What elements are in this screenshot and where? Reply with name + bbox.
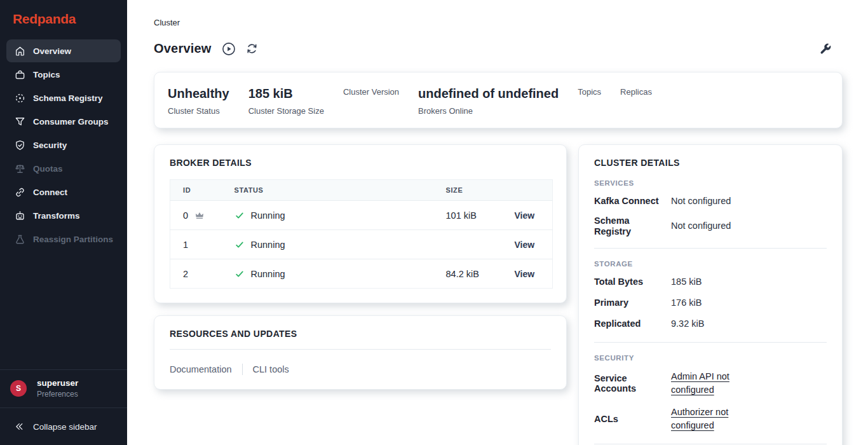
stat-value: 185 kiB (248, 85, 324, 102)
kv-row-replicated: Replicated 9.32 kiB (594, 317, 827, 331)
column-header-id: ID (170, 180, 234, 201)
broker-status: Running (251, 240, 285, 250)
broker-table-header-row: ID STATUS SIZE (170, 180, 553, 201)
cluster-stats-bar: Unhealthy Cluster Status 185 kiB Cluster… (154, 72, 843, 128)
stat-label: Cluster Version (343, 87, 399, 97)
kv-row-primary: Primary 176 kiB (594, 296, 827, 310)
sidebar-item-schema-registry[interactable]: Schema Registry (6, 86, 121, 109)
kv-value: Not configured (671, 219, 731, 233)
sidebar-item-overview[interactable]: Overview (6, 39, 121, 62)
kv-value: Not configured (671, 195, 731, 208)
kv-label: Schema Registry (594, 216, 661, 236)
broker-id: 2 (183, 269, 188, 279)
scales-icon (15, 163, 25, 174)
broker-size: 101 kiB (446, 201, 515, 230)
refresh-icon[interactable] (246, 43, 258, 55)
page-header: Overview (154, 41, 843, 56)
sidebar-item-label: Connect (33, 188, 67, 197)
chevrons-left-icon (14, 421, 24, 432)
shield-check-icon (15, 140, 25, 151)
vertical-divider (242, 364, 243, 375)
user-menu[interactable]: S superuser Preferences (0, 369, 127, 407)
column-header-size: SIZE (446, 180, 515, 201)
authorizer-not-configured-link[interactable]: Authorizer not configured (671, 406, 742, 432)
sidebar-item-transforms[interactable]: Transforms (6, 204, 121, 227)
documentation-link[interactable]: Documentation (170, 364, 232, 374)
stat-value: Unhealthy (168, 85, 229, 102)
sidebar-item-quotas: Quotas (6, 157, 121, 180)
stat-topics: Topics (578, 85, 601, 97)
table-row: 1 Running View (170, 230, 553, 259)
kv-row-total-bytes: Total Bytes 185 kiB (594, 275, 827, 289)
sidebar-item-security[interactable]: Security (6, 134, 121, 156)
sidebar-item-label: Overview (33, 46, 71, 56)
stat-cluster-storage-size: 185 kiB Cluster Storage Size (248, 85, 324, 116)
admin-api-not-configured-link[interactable]: Admin API not configured (671, 370, 742, 397)
sidebar-item-topics[interactable]: Topics (6, 63, 121, 86)
user-preferences-link[interactable]: Preferences (37, 390, 78, 399)
kv-row-service-accounts: Service Accounts Admin API not configure… (594, 370, 827, 397)
broker-details-title: BROKER DETAILS (170, 158, 551, 168)
flask-icon (15, 234, 25, 245)
sidebar-item-label: Schema Registry (33, 93, 103, 103)
stat-brokers-online: undefined of undefined Brokers Online (418, 85, 559, 116)
broker-status: Running (251, 269, 285, 279)
page-title: Overview (154, 41, 212, 56)
stat-value: undefined of undefined (418, 85, 559, 102)
robot-icon (15, 210, 25, 221)
kv-label: Kafka Connect (594, 196, 661, 207)
broker-status: Running (251, 210, 285, 221)
security-section-heading: SECURITY (594, 354, 827, 362)
sidebar-nav: Overview Topics Schema Registry Consumer… (0, 39, 127, 250)
cli-tools-link[interactable]: CLI tools (253, 364, 289, 374)
sidebar-item-label: Topics (33, 70, 60, 79)
stat-label: Cluster Storage Size (248, 106, 324, 116)
wrench-icon[interactable] (819, 43, 832, 55)
sidebar-item-label: Quotas (33, 164, 63, 174)
sidebar-item-label: Reassign Partitions (33, 235, 113, 244)
kv-label: Service Accounts (594, 373, 661, 394)
column-header-actions (515, 180, 553, 201)
avatar: S (10, 380, 27, 397)
kv-value: 176 kiB (671, 296, 702, 310)
resources-card: RESOURCES AND UPDATES Documentation CLI … (154, 315, 567, 390)
stat-replicas: Replicas (620, 85, 652, 97)
stat-cluster-version: Cluster Version (343, 85, 399, 97)
breadcrumb[interactable]: Cluster (154, 18, 180, 27)
link-icon (15, 187, 25, 198)
stat-label: Brokers Online (418, 106, 559, 116)
stat-label: Replicas (620, 87, 652, 97)
sidebar-item-reassign-partitions: Reassign Partitions (6, 228, 121, 250)
collapse-sidebar-button[interactable]: Collapse sidebar (0, 407, 127, 445)
divider (170, 349, 551, 350)
broker-id: 0 (183, 210, 188, 221)
sidebar: Redpanda Overview Topics Schema Registry… (0, 0, 127, 445)
redpanda-logo: Redpanda (0, 0, 127, 27)
home-icon (15, 46, 25, 57)
stat-cluster-status: Unhealthy Cluster Status (168, 85, 229, 116)
crown-icon (194, 210, 205, 221)
status-ok-icon (234, 269, 245, 279)
kv-row-acls: ACLs Authorizer not configured (594, 406, 827, 432)
view-broker-link[interactable]: View (515, 240, 535, 250)
broker-details-card: BROKER DETAILS ID STATUS SIZE 0 (154, 144, 567, 303)
services-section-heading: SERVICES (594, 179, 827, 187)
sidebar-item-consumer-groups[interactable]: Consumer Groups (6, 110, 121, 133)
column-header-status: STATUS (234, 180, 446, 201)
sidebar-item-label: Transforms (33, 211, 80, 221)
schema-registry-icon (15, 93, 25, 104)
sidebar-item-connect[interactable]: Connect (6, 181, 121, 203)
funnel-icon (15, 116, 25, 127)
view-broker-link[interactable]: View (515, 210, 535, 221)
stat-label: Cluster Status (168, 106, 229, 116)
broker-size: 84.2 kiB (446, 259, 515, 289)
sidebar-item-label: Consumer Groups (33, 117, 109, 127)
play-circle-icon[interactable] (222, 42, 236, 56)
table-row: 2 Running 84.2 kiB View (170, 259, 553, 289)
view-broker-link[interactable]: View (515, 269, 535, 279)
status-ok-icon (234, 240, 245, 250)
broker-size (446, 230, 515, 259)
kv-value: 9.32 kiB (671, 317, 704, 331)
collapse-sidebar-label: Collapse sidebar (33, 422, 97, 432)
kv-row-kafka-connect: Kafka Connect Not configured (594, 195, 827, 208)
